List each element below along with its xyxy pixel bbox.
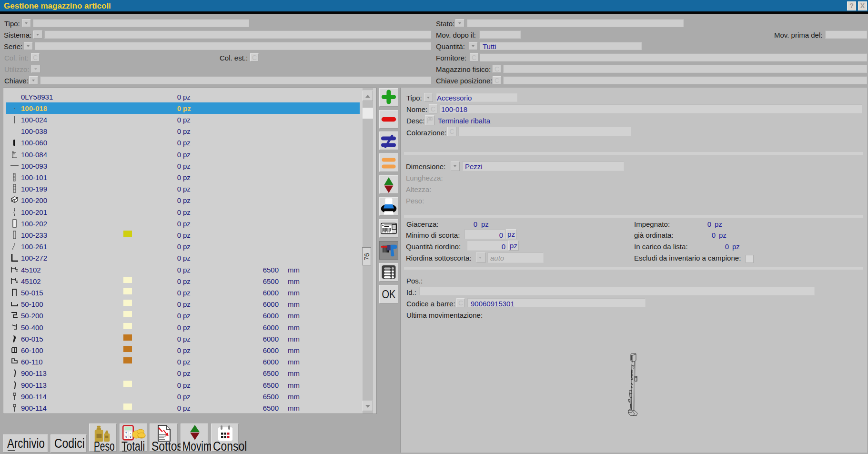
svg-text:x: x — [130, 435, 131, 439]
svg-text:x: x — [125, 435, 127, 439]
svg-text:+: + — [125, 431, 127, 434]
